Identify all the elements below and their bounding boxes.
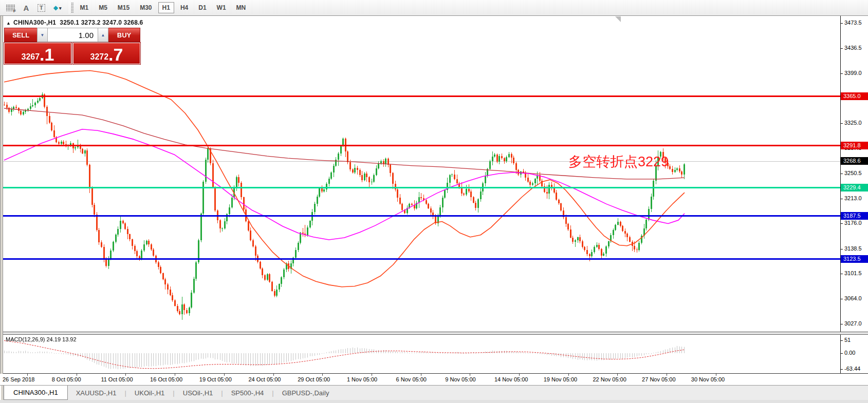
chart-tab-gbpusd-daily[interactable]: GBPUSD-,Daily: [274, 386, 338, 400]
price-tick-mark: [841, 174, 843, 174]
objects-dropdown-button[interactable]: ◆▾: [50, 2, 65, 14]
objects-dropdown-icon: ◆▾: [53, 4, 62, 11]
text-label-icon: A: [24, 4, 29, 12]
price-tick-label: 3250.5: [844, 170, 862, 176]
time-tick-mark: [77, 374, 77, 376]
timeframe-button-m5[interactable]: M5: [95, 2, 112, 13]
timeframe-button-h4[interactable]: H4: [176, 2, 192, 13]
price-tick-label: 3399.0: [844, 70, 862, 76]
text-label-button[interactable]: A: [20, 2, 33, 14]
mt4-window: F A T ◆▾ M1M5M15M30H1H4D1W1MN ▲CHINA300-…: [0, 0, 868, 403]
time-tick-label: 8 Oct 05:00: [52, 376, 81, 382]
sell-button[interactable]: SELL: [4, 28, 37, 42]
timeframe-button-mn[interactable]: MN: [232, 2, 250, 13]
text-tool-icon: T: [38, 4, 45, 12]
volume-decrease-button[interactable]: ▼: [37, 28, 48, 42]
time-tick-mark: [175, 374, 175, 376]
timeframe-group: M1M5M15M30H1H4D1W1MN: [75, 2, 251, 13]
time-tick-mark: [27, 374, 28, 376]
time-tick-label: 16 Oct 05:00: [150, 376, 182, 382]
chart-tab-bar: CHINA300-,H1XAUUSD-,H1|UKOil-,H1|USOil-,…: [0, 385, 868, 400]
price-tick-label: 3473.5: [844, 20, 862, 26]
one-click-trading-panel: SELL ▼ 1.00 ▲ BUY 3267.1 3272.7: [4, 28, 140, 64]
buy-price-panel[interactable]: 3272.7: [73, 43, 140, 64]
buy-price-fraction: .7: [108, 47, 123, 62]
price-tick-mark: [841, 23, 843, 24]
price-tick-label: 3064.0: [844, 295, 862, 301]
macd-tick-label: -63.44: [844, 366, 860, 372]
tab-bar-grip[interactable]: [0, 386, 4, 400]
timeframe-button-m1[interactable]: M1: [76, 2, 93, 13]
chart-symbol-timeframe: CHINA300-,H1: [13, 19, 56, 26]
time-tick-mark: [716, 374, 716, 376]
collapse-panel-icon[interactable]: ▲: [6, 21, 11, 26]
chart-tab-sp500-h4[interactable]: SP500-,H4: [223, 386, 272, 400]
time-tick-label: 1 Nov 05:00: [347, 376, 377, 382]
chart-ohlc-values: 3250.1 3273.2 3247.0 3268.6: [60, 19, 143, 26]
price-tick-label: 3101.5: [844, 270, 862, 276]
time-tick-mark: [224, 374, 225, 376]
price-tick-mark: [841, 324, 843, 324]
price-level-badge: 3365.0: [841, 92, 868, 100]
timeframe-button-w1[interactable]: W1: [213, 2, 230, 13]
chart-shift-marker-icon[interactable]: [615, 16, 621, 22]
top-toolbar: F A T ◆▾ M1M5M15M30H1H4D1W1MN: [0, 0, 868, 16]
price-tick-mark: [841, 48, 843, 49]
time-tick-mark: [421, 374, 421, 376]
time-tick-label: 19 Nov 05:00: [544, 376, 577, 382]
macd-tick-label: 51: [844, 337, 851, 343]
time-tick-mark: [125, 374, 126, 376]
buy-button[interactable]: BUY: [108, 28, 140, 42]
price-level-badge: 3187.5: [841, 212, 868, 220]
price-level-badge: 3268.6: [841, 157, 868, 165]
time-axis[interactable]: 26 Sep 20188 Oct 05:0011 Oct 05:0016 Oct…: [0, 374, 868, 385]
chart-tab-china300-h1[interactable]: CHINA300-,H1: [4, 386, 68, 400]
time-tick-label: 26 Sep 2018: [3, 376, 34, 382]
time-tick-label: 6 Nov 05:00: [396, 376, 427, 382]
chevron-down-icon: ▾: [59, 6, 62, 11]
price-level-badge: 3291.8: [841, 142, 868, 149]
time-tick-label: 29 Oct 05:00: [298, 376, 330, 382]
macd-tick-mark: [841, 340, 843, 341]
price-axis[interactable]: 3473.53436.53399.03361.53325.03287.53250…: [841, 16, 868, 373]
toolbar-separator: [69, 2, 69, 14]
price-tick-mark: [841, 274, 843, 274]
chart-tab-usoil-h1[interactable]: USOil-,H1: [175, 386, 221, 400]
time-tick-label: 11 Oct 05:00: [101, 376, 133, 382]
timeframe-button-m15[interactable]: M15: [114, 2, 134, 13]
text-tool-button[interactable]: T: [34, 2, 49, 14]
macd-indicator-canvas[interactable]: [3, 335, 840, 373]
price-tick-label: 3436.5: [844, 45, 862, 51]
time-tick-label: 30 Nov 05:00: [691, 376, 725, 382]
price-tick-mark: [841, 73, 843, 74]
sell-price-base: 3267: [22, 52, 40, 62]
volume-increase-button[interactable]: ▲: [98, 28, 108, 42]
time-tick-mark: [667, 374, 667, 376]
chart-tab-ukoil-h1[interactable]: UKOil-,H1: [126, 386, 173, 400]
time-tick-label: 22 Nov 05:00: [593, 376, 626, 382]
time-tick-mark: [470, 374, 470, 376]
price-tick-mark: [841, 199, 843, 199]
buy-price-base: 3272: [90, 52, 109, 62]
time-tick-mark: [617, 374, 618, 376]
macd-tick-mark: [841, 369, 843, 370]
toolbar-grip[interactable]: [71, 3, 73, 13]
chart-tab-xauusd-h1[interactable]: XAUUSD-,H1: [68, 386, 125, 400]
volume-input[interactable]: 1.00: [48, 28, 98, 42]
sell-price-panel[interactable]: 3267.1: [4, 43, 71, 64]
indicators-button[interactable]: F: [3, 2, 19, 14]
time-tick-label: 24 Oct 05:00: [249, 376, 281, 382]
timeframe-button-h1[interactable]: H1: [158, 2, 174, 13]
timeframe-button-m30[interactable]: M30: [136, 2, 156, 13]
time-tick-label: 9 Nov 05:00: [445, 376, 475, 382]
macd-tick-label: 0.00: [844, 350, 855, 356]
macd-indicator-label: MACD(12,26,9) 24.19 13.92: [6, 336, 77, 342]
bottom-strip: [0, 400, 868, 403]
price-level-badge: 3123.5: [841, 255, 868, 263]
price-tick-mark: [841, 249, 843, 250]
time-tick-mark: [322, 374, 323, 376]
price-tick-label: 3325.0: [844, 120, 862, 126]
chart-title: ▲CHINA300-,H1 3250.1 3273.2 3247.0 3268.…: [6, 19, 143, 26]
timeframe-button-d1[interactable]: D1: [194, 2, 210, 13]
price-tick-label: 3027.0: [844, 320, 862, 327]
